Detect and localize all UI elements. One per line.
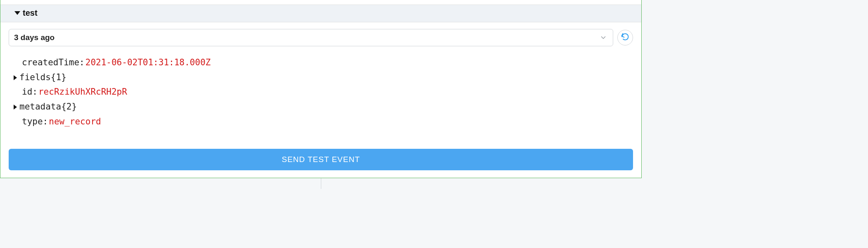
send-test-event-button[interactable]: SEND TEST EVENT <box>9 149 633 170</box>
chevron-down-icon <box>600 34 607 41</box>
bottom-area <box>0 178 868 189</box>
refresh-icon <box>621 33 629 43</box>
colon: : <box>79 55 85 70</box>
controls-row: 3 days ago <box>9 25 633 50</box>
event-test-panel: test 3 days ago createdTime: 2021-06-02T… <box>0 0 642 178</box>
colon: : <box>43 114 48 129</box>
caret-right-icon <box>14 105 17 110</box>
json-key: createdTime <box>22 55 79 70</box>
json-key: fields <box>19 70 51 85</box>
send-button-label: SEND TEST EVENT <box>282 155 360 164</box>
panel-title: test <box>23 8 38 18</box>
json-key: id <box>22 85 32 100</box>
json-value: 2021-06-02T01:31:18.000Z <box>85 55 211 70</box>
json-row-fields[interactable]: fields {1} <box>13 70 633 85</box>
json-key: type <box>22 114 43 129</box>
json-row-createdTime: createdTime: 2021-06-02T01:31:18.000Z <box>13 55 633 70</box>
panel-top-spacer <box>0 0 641 5</box>
json-row-type: type: new_record <box>13 114 633 129</box>
selected-event-label: 3 days ago <box>14 33 55 42</box>
json-viewer: createdTime: 2021-06-02T01:31:18.000Zfie… <box>9 50 633 141</box>
event-time-selector[interactable]: 3 days ago <box>9 29 613 46</box>
object-count: {1} <box>51 70 66 85</box>
json-value: recRzikUhXRcRH2pR <box>38 85 127 100</box>
object-count: {2} <box>61 100 77 114</box>
json-value: new_record <box>49 114 101 129</box>
vertical-divider <box>321 178 321 189</box>
panel-header[interactable]: test <box>0 5 641 22</box>
json-row-metadata[interactable]: metadata {2} <box>13 100 633 114</box>
caret-right-icon <box>14 75 17 80</box>
colon: : <box>32 85 38 100</box>
caret-down-icon <box>14 11 20 15</box>
refresh-button[interactable] <box>617 30 633 45</box>
json-key: metadata <box>19 100 61 114</box>
json-row-id: id: recRzikUhXRcRH2pR <box>13 85 633 100</box>
